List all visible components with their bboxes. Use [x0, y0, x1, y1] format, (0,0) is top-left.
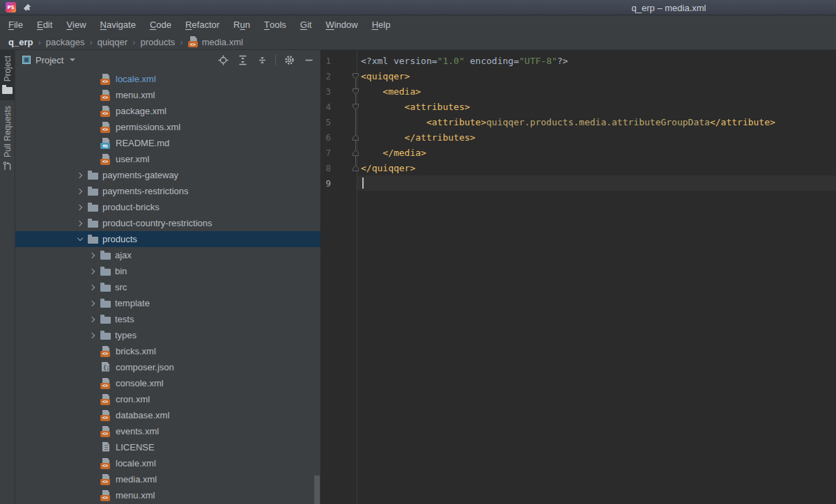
tree-item-menu.xml[interactable]: <>menu.xml — [15, 87, 320, 103]
folder-icon — [100, 285, 111, 292]
tree-item-product-country-restrictions[interactable]: product-country-restrictions — [15, 215, 320, 231]
fold-marker-icon[interactable] — [351, 149, 359, 157]
xml-file-icon: <> — [100, 426, 111, 437]
tree-item-ajax[interactable]: ajax — [15, 247, 320, 263]
tree-chevron[interactable] — [72, 189, 88, 194]
menu-navigate[interactable]: Navigate — [93, 15, 143, 34]
fold-marker-icon[interactable] — [351, 88, 359, 95]
tree-chevron[interactable] — [85, 269, 100, 274]
tool-window-tab-project[interactable]: Project — [0, 50, 15, 100]
collapse-all-icon[interactable] — [254, 52, 270, 68]
tree-scrollbar-thumb[interactable] — [314, 475, 320, 504]
tree-item-permissions.xml[interactable]: <>permissions.xml — [15, 119, 320, 135]
folder-icon — [2, 87, 13, 94]
tree-item-label: locale.xml — [116, 458, 156, 468]
tree-chevron[interactable] — [85, 333, 100, 338]
breadcrumb-q-erp[interactable]: q_erp — [7, 37, 34, 47]
tree-item-label: menu.xml — [116, 90, 155, 100]
tree-item-label: src — [115, 282, 127, 292]
tree-item-label: products — [102, 234, 137, 244]
tree-item-locale.xml[interactable]: <>locale.xml — [15, 455, 320, 471]
tree-chevron[interactable] — [72, 205, 88, 210]
tree-item-database.xml[interactable]: <>database.xml — [15, 407, 320, 423]
tree-item-console.xml[interactable]: <>console.xml — [15, 375, 320, 391]
locate-icon[interactable] — [215, 52, 231, 68]
menu-refactor[interactable]: Refactor — [178, 15, 226, 34]
breadcrumb-separator: › — [34, 37, 44, 47]
breadcrumb-quiqqer[interactable]: quiqqer — [96, 37, 129, 47]
menu-code[interactable]: Code — [143, 15, 178, 34]
tree-item-license[interactable]: LICENSE — [15, 439, 320, 455]
folder-icon — [100, 301, 111, 308]
menu-help[interactable]: Help — [365, 15, 398, 34]
tree-item-label: media.xml — [116, 474, 157, 485]
fold-marker-icon[interactable] — [351, 103, 359, 111]
tree-item-composer.json[interactable]: {;}composer.json — [15, 359, 320, 375]
tree-item-src[interactable]: src — [15, 279, 320, 295]
xml-file-icon: <> — [100, 410, 111, 421]
fold-marker-icon[interactable] — [351, 72, 359, 80]
tree-chevron[interactable] — [72, 221, 88, 226]
tool-window-tab-pull-requests[interactable]: Pull Requests — [0, 100, 15, 180]
fold-marker-icon[interactable] — [351, 134, 359, 141]
menu-edit[interactable]: Edit — [30, 15, 59, 34]
breadcrumb-packages[interactable]: packages — [45, 37, 86, 47]
tree-chevron[interactable] — [72, 173, 88, 178]
tree-item-template[interactable]: template — [15, 295, 320, 311]
tree-chevron[interactable] — [72, 238, 88, 240]
project-view-icon — [22, 56, 31, 64]
menu-view[interactable]: View — [59, 15, 93, 34]
tree-item-payments-restrictions[interactable]: payments-restrictions — [15, 183, 320, 199]
titlebar[interactable]: PS q_erp – media.xml — [0, 0, 836, 15]
folder-icon — [100, 317, 111, 324]
project-panel-title[interactable]: Project — [36, 55, 63, 65]
tree-chevron[interactable] — [85, 301, 100, 306]
tree-item-package.xml[interactable]: <>package.xml — [15, 103, 320, 119]
tree-item-readme.md[interactable]: MDREADME.md — [15, 135, 320, 151]
project-panel: Project <>locale.xml<>menu.xml<>package.… — [15, 50, 321, 504]
tree-item-bin[interactable]: bin — [15, 263, 320, 279]
tree-item-product-bricks[interactable]: product-bricks — [15, 199, 320, 215]
xml-file-icon: <> — [100, 106, 111, 117]
xml-file-icon: <> — [100, 346, 111, 357]
tree-item-media.xml[interactable]: <>media.xml — [15, 471, 320, 487]
main-area: ProjectPull Requests Project <>locale.xm… — [0, 50, 836, 504]
tree-item-tests[interactable]: tests — [15, 311, 320, 327]
folder-icon — [88, 237, 98, 244]
tree-item-bricks.xml[interactable]: <>bricks.xml — [15, 343, 320, 359]
code-line-6: 6 </attributes> — [321, 129, 836, 145]
settings-icon[interactable] — [281, 52, 297, 68]
breadcrumb-separator: › — [176, 37, 186, 47]
menu-run[interactable]: Run — [226, 15, 257, 34]
tree-item-menu.xml[interactable]: <>menu.xml — [15, 487, 320, 503]
pin-icon — [23, 3, 31, 12]
breadcrumb-products[interactable]: products — [139, 37, 176, 47]
tree-chevron[interactable] — [85, 253, 100, 258]
code-line-1: 1<?xml version="1.0" encoding="UTF-8"?> — [321, 53, 836, 68]
menu-git[interactable]: Git — [293, 15, 319, 34]
tree-item-label: types — [115, 330, 137, 340]
editor-code-area[interactable]: 1<?xml version="1.0" encoding="UTF-8"?>2… — [321, 50, 836, 191]
menu-window[interactable]: Window — [318, 15, 364, 34]
menu-file[interactable]: File — [1, 15, 30, 34]
tree-item-cron.xml[interactable]: <>cron.xml — [15, 391, 320, 407]
hide-icon[interactable] — [301, 52, 316, 68]
chevron-down-icon[interactable] — [70, 58, 75, 61]
ide-window: PS q_erp – media.xml FileEditViewNavigat… — [0, 0, 836, 504]
tree-item-user.xml[interactable]: <>user.xml — [15, 151, 320, 167]
tree-item-locale.xml[interactable]: <>locale.xml — [15, 71, 320, 87]
tree-chevron[interactable] — [85, 285, 100, 290]
fold-marker-icon[interactable] — [351, 164, 359, 172]
toolbar-divider — [275, 54, 276, 65]
tree-item-label: payments-restrictions — [102, 186, 189, 196]
tree-item-payments-gateway[interactable]: payments-gateway — [15, 167, 320, 183]
tree-item-types[interactable]: types — [15, 327, 320, 343]
code-line-3: 3 <media> — [321, 84, 836, 99]
expand-all-icon[interactable] — [235, 52, 250, 68]
tree-item-products[interactable]: products — [15, 231, 320, 247]
menu-tools[interactable]: Tools — [257, 15, 293, 34]
breadcrumb-media.xml[interactable]: <>media.xml — [187, 36, 245, 47]
tree-item-events.xml[interactable]: <>events.xml — [15, 423, 320, 439]
folder-icon — [88, 221, 98, 228]
tree-chevron[interactable] — [85, 317, 100, 322]
